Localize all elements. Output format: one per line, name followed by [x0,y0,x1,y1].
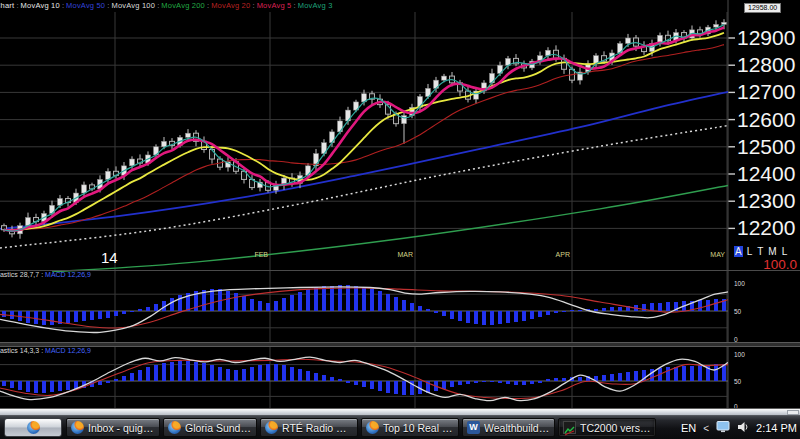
language-indicator[interactable]: EN [681,422,696,434]
panel1-header: Stochastics 28,7,7 : MACD 12,26,9 [0,271,91,278]
firefox-icon [27,421,40,434]
indicator-axis-label: 50 [734,308,741,315]
desktop-screen: Chart : MovAvg 10 : MovAvg 50 : MovAvg 1… [0,0,800,439]
clock[interactable]: 2:14 PM [756,422,797,434]
taskbar: Inbox - quigleycomp...Gloria Sunday 4 Ma… [0,415,800,439]
scale-button-m3[interactable]: M [767,246,777,257]
legend-item: MovAvg 5 [257,1,292,10]
horizontal-scrollbar[interactable] [0,408,800,415]
scale-buttons: ALTML [734,246,788,257]
taskbar-button[interactable]: TC2000 version 7 Gol... [558,418,656,437]
panel1-title: Stochastics 28,7,7 [0,271,39,278]
taskbar-button-label: Inbox - quigleycomp... [88,422,155,434]
taskbar-button-label: Wealthbuilder Stock ... [484,422,550,434]
panel2-macd-label: MACD 12,26,9 [45,347,91,354]
legend-item: MovAvg 50 [66,1,105,10]
taskbar-button-label: TC2000 version 7 Gol... [580,422,651,434]
system-tray: EN < 2:14 PM [681,416,797,439]
taskbar-button[interactable]: Gloria Sunday 4 May ... [163,418,257,437]
firefox-icon [265,421,278,434]
indicator-axis-label: 100 [734,280,745,287]
taskbar-button[interactable]: RTÉ Radio Player - Gl... [260,418,358,437]
chart-legend: Chart : MovAvg 10 : MovAvg 50 : MovAvg 1… [0,1,333,10]
legend-item: MovAvg 10 [21,1,60,10]
price-axis-label: 12400 [737,164,799,184]
scale-percent-value: 100.0 [728,257,797,272]
taskbar-button[interactable]: Inbox - quigleycomp... [66,418,160,437]
scale-button-l4[interactable]: L [781,246,789,257]
bar-width-label: 14 [101,249,118,266]
taskbar-button-label: Top 10 Real Estate E... [383,422,454,434]
indicator-axis-label: 0 [734,336,738,343]
price-axis-label: 12600 [737,110,799,130]
price-axis-label: 12700 [737,82,799,102]
firefox-icon [168,421,181,434]
month-label: MAR [387,251,413,258]
price-axis-label: 12900 [737,28,799,48]
firefox-icon [366,421,379,434]
legend-item: MovAvg 20 [211,1,250,10]
panel2-header: Stochastics 14,3,3 : MACD 12,26,9 [0,347,91,354]
month-label: FEB [242,251,268,258]
last-price-box: 12958.00 [744,3,781,13]
legend-item: MovAvg 200 [161,1,205,10]
panel1-macd-label: MACD 12,26,9 [45,271,91,278]
month-label: APR [544,251,570,258]
legend-item: MovAvg 100 [112,1,156,10]
taskbar-button-label: Gloria Sunday 4 May ... [185,422,252,434]
firefox-icon [71,421,84,434]
scale-button-l1[interactable]: L [746,246,754,257]
taskbar-button[interactable]: WWealthbuilder Stock ... [462,418,555,437]
price-axis-label: 12500 [737,137,799,157]
legend-item: MovAvg 3 [298,1,333,10]
quick-launch-firefox-button[interactable] [4,418,62,437]
price-axis-label: 12800 [737,55,799,75]
tc2000-chart-window: Chart : MovAvg 10 : MovAvg 50 : MovAvg 1… [0,0,800,408]
word-icon: W [467,421,480,434]
chart-canvas [0,0,800,408]
taskbar-button-label: RTÉ Radio Player - Gl... [282,422,353,434]
network-icon[interactable] [716,419,730,437]
panel2-title: Stochastics 14,3,3 [0,347,39,354]
tray-expand-chevron[interactable]: < [703,423,709,434]
scale-button-t2[interactable]: T [756,246,764,257]
tc2000-chart-icon [563,421,576,434]
legend-item: Chart [0,1,14,10]
scale-button-a0[interactable]: A [734,246,743,257]
price-axis-label: 12300 [737,191,799,211]
price-axis-label: 12200 [737,218,799,238]
indicator-axis-label: 100 [734,351,745,358]
volume-icon[interactable] [737,419,749,437]
month-label: MAY [699,251,725,258]
taskbar-button[interactable]: Top 10 Real Estate E... [361,418,459,437]
indicator-axis-label: 50 [734,378,741,385]
